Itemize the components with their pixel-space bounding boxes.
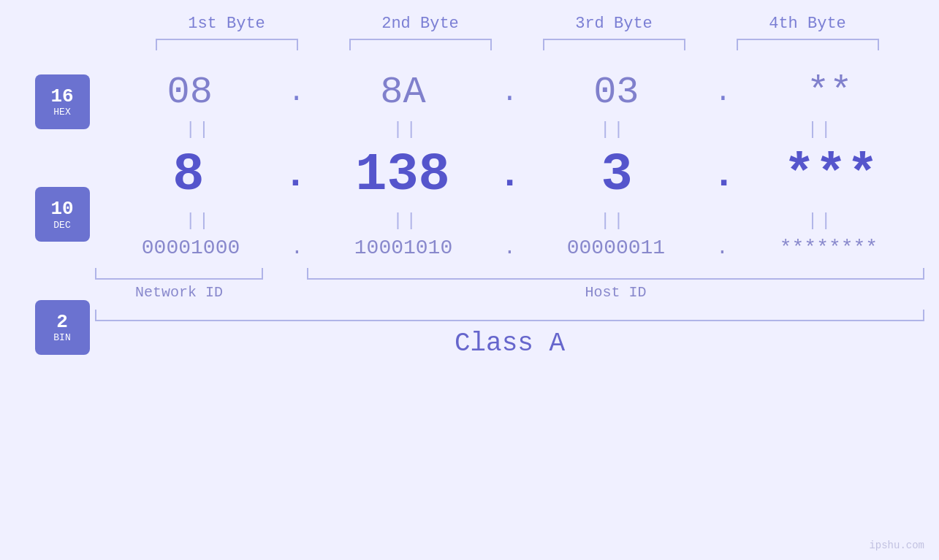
bin-badge: 2 BIN [35, 300, 90, 355]
dec-badge-label: DEC [53, 220, 70, 231]
bin-cell-1: 00001000 [107, 237, 275, 259]
hex-dot-2: . [501, 77, 518, 108]
bin-row: 00001000 . 10001010 . 00000011 . *******… [95, 237, 924, 259]
bin-cell-4: ******** [745, 237, 913, 259]
class-label-container: Class A [95, 329, 924, 358]
bin-val-4: ******** [780, 237, 878, 259]
byte-header-1: 1st Byte [146, 15, 307, 33]
byte-header-2: 2nd Byte [340, 15, 501, 33]
dec-badge-num: 10 [50, 199, 73, 220]
byte-header-3: 3rd Byte [533, 15, 694, 33]
bin-badge-num: 2 [56, 312, 68, 333]
eq2-3: || [529, 211, 697, 231]
watermark: ipshu.com [869, 540, 924, 551]
hex-cell-4: ** [745, 71, 913, 114]
bin-cell-2: 10001010 [319, 237, 487, 259]
byte-header-4: 4th Byte [727, 15, 888, 33]
dec-cell-1: 8 [104, 145, 273, 205]
bin-val-2: 10001010 [354, 237, 452, 259]
dec-val-3: 3 [601, 145, 632, 205]
label-gap [263, 284, 307, 301]
bin-dot-2: . [503, 237, 516, 259]
id-labels-row: Network ID Host ID [95, 284, 924, 301]
hex-val-1: 08 [167, 71, 213, 114]
bracket-3 [543, 39, 685, 50]
eq-3: || [529, 120, 697, 139]
badges-column: 16 HEX 10 DEC 2 BIN [0, 64, 95, 358]
hex-val-4: ** [807, 71, 852, 114]
class-label: Class A [455, 329, 565, 358]
top-brackets [130, 39, 905, 50]
bin-val-3: 00000011 [567, 237, 665, 259]
dec-badge: 10 DEC [35, 187, 90, 242]
bracket-1 [156, 39, 298, 50]
hex-cell-1: 08 [106, 71, 274, 114]
hex-badge-label: HEX [53, 107, 70, 118]
equals-row-1: || || || || [95, 117, 924, 142]
hex-cell-3: 03 [532, 71, 700, 114]
net-bracket [95, 268, 263, 280]
bottom-bracket-row [95, 268, 924, 280]
bracket-4 [737, 39, 879, 50]
dec-cell-3: 3 [533, 145, 701, 205]
main-container: 1st Byte 2nd Byte 3rd Byte 4th Byte 16 H… [0, 0, 939, 560]
dec-val-2: 138 [355, 145, 450, 205]
bin-dot-1: . [291, 237, 303, 259]
bin-badge-label: BIN [53, 332, 70, 343]
dec-cell-2: 138 [319, 145, 487, 205]
eq-2: || [322, 120, 490, 139]
bin-val-1: 00001000 [142, 237, 240, 259]
bin-cell-3: 00000011 [532, 237, 700, 259]
dec-val-1: 8 [172, 145, 204, 205]
hex-dot-3: . [715, 77, 731, 108]
dec-dot-2: . [498, 154, 521, 197]
eq2-1: || [115, 211, 283, 231]
hex-dot-1: . [288, 77, 305, 108]
eq2-4: || [737, 211, 905, 231]
dec-dot-3: . [712, 154, 735, 197]
body-row: 16 HEX 10 DEC 2 BIN 08 . 8A [0, 64, 939, 358]
eq2-2: || [322, 211, 490, 231]
byte-headers-row: 1st Byte 2nd Byte 3rd Byte 4th Byte [130, 15, 905, 33]
hex-cell-2: 8A [319, 71, 487, 114]
equals-row-2: || || || || [95, 208, 924, 234]
data-area: 08 . 8A . 03 . ** || || || || [95, 64, 939, 358]
bin-dot-3: . [716, 237, 729, 259]
hex-val-3: 03 [593, 71, 639, 114]
bottom-labels-area: Network ID Host ID [95, 268, 924, 301]
hex-badge: 16 HEX [35, 74, 90, 129]
hex-row: 08 . 8A . 03 . ** [95, 71, 924, 114]
bracket-gap [263, 268, 307, 280]
dec-row: 8 . 138 . 3 . *** [95, 145, 924, 205]
hex-badge-num: 16 [50, 86, 73, 107]
hex-val-2: 8A [380, 71, 425, 114]
network-id-label: Network ID [95, 284, 263, 301]
overall-bottom-bracket [95, 310, 924, 321]
bracket-2 [349, 39, 492, 50]
host-bracket [307, 268, 924, 280]
dec-cell-4: *** [747, 145, 915, 205]
eq-4: || [737, 120, 905, 139]
host-id-label: Host ID [307, 284, 924, 301]
eq-1: || [115, 120, 283, 139]
dec-dot-1: . [284, 154, 307, 197]
dec-val-4: *** [783, 145, 878, 205]
